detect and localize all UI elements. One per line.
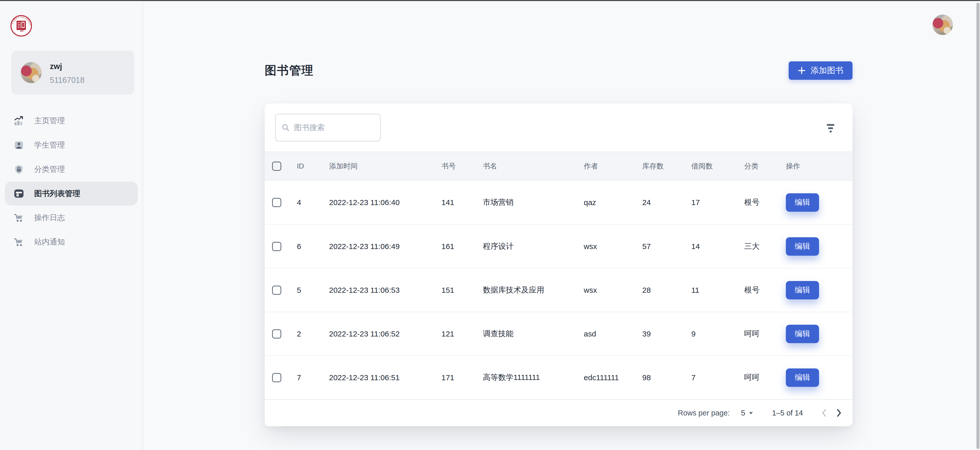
- cell-time: 2022-12-23 11:06:51: [329, 373, 441, 382]
- cell-time: 2022-12-23 11:06:49: [329, 242, 441, 251]
- plus-icon: [798, 67, 805, 74]
- caret-down-icon: [749, 412, 753, 415]
- column-header-category: 分类: [744, 161, 786, 171]
- cell-author: wsx: [584, 242, 642, 251]
- cell-id: 6: [297, 242, 329, 251]
- cell-id: 7: [297, 373, 329, 382]
- header-avatar[interactable]: [932, 14, 953, 35]
- cell-author: asd: [584, 330, 642, 338]
- cell-category: 根号: [744, 285, 786, 295]
- table-row: 22022-12-23 11:06:52121调查技能asd399呵呵编辑: [265, 312, 853, 356]
- next-page-button[interactable]: [832, 406, 846, 420]
- sidebar-item-label: 主页管理: [34, 116, 65, 126]
- chevron-right-icon: [835, 409, 842, 417]
- sidebar-nav: 主页管理 学生管理 分类管理: [0, 109, 143, 254]
- cell-category: 呵呵: [744, 372, 786, 383]
- cell-stock: 24: [642, 198, 691, 207]
- cell-name: 市场营销: [483, 197, 584, 207]
- sidebar-item-home[interactable]: 主页管理: [0, 109, 143, 133]
- student-icon: [14, 140, 24, 150]
- cell-name: 程序设计: [483, 241, 584, 252]
- sidebar: XIAMEN UNIVERSITY OF TECHNOLOGY 1981 zwj…: [0, 0, 143, 450]
- cell-borrow: 17: [691, 198, 744, 207]
- cell-code: 171: [441, 373, 483, 382]
- row-checkbox[interactable]: [272, 329, 281, 338]
- cell-author: qaz: [584, 198, 642, 207]
- sidebar-item-label: 分类管理: [34, 164, 65, 175]
- user-card: zwj 51167018: [11, 51, 134, 94]
- sidebar-item-label: 站内通知: [34, 237, 65, 247]
- cell-id: 4: [297, 198, 329, 207]
- table-row: 52022-12-23 11:06:53151数据库技术及应用wsx2811根号…: [265, 268, 853, 312]
- cell-category: 根号: [744, 197, 786, 207]
- book-card-icon: [14, 188, 24, 199]
- column-header-action: 操作: [786, 161, 853, 171]
- table-header-row: ID 添加时间 书号 书名 作者 库存数 借阅数 分类 操作: [265, 152, 853, 180]
- filter-button[interactable]: [824, 122, 837, 134]
- cell-id: 2: [297, 330, 329, 338]
- sidebar-item-categories[interactable]: 分类管理: [0, 157, 143, 182]
- search-icon: [281, 123, 290, 132]
- sidebar-item-label: 学生管理: [34, 140, 65, 150]
- header-checkbox[interactable]: [272, 161, 281, 171]
- cell-code: 121: [441, 330, 483, 338]
- user-name: zwj: [50, 62, 62, 71]
- row-checkbox[interactable]: [272, 373, 281, 382]
- column-header-stock: 库存数: [642, 161, 691, 171]
- column-header-author: 作者: [584, 161, 642, 171]
- page-range-label: 1–5 of 14: [772, 409, 803, 417]
- add-book-button-label: 添加图书: [811, 65, 843, 76]
- column-header-id: ID: [297, 162, 329, 170]
- edit-button[interactable]: 编辑: [786, 237, 819, 256]
- cell-stock: 39: [642, 330, 691, 338]
- cell-category: 三大: [744, 241, 786, 252]
- cell-code: 151: [441, 286, 483, 295]
- cell-id: 5: [297, 286, 329, 295]
- university-logo: XIAMEN UNIVERSITY OF TECHNOLOGY 1981: [10, 14, 32, 37]
- cell-code: 161: [441, 242, 483, 251]
- edit-button[interactable]: 编辑: [786, 281, 819, 299]
- search-input[interactable]: [294, 123, 393, 132]
- cell-time: 2022-12-23 11:06:52: [329, 330, 441, 338]
- chevron-left-icon: [821, 409, 828, 417]
- cell-borrow: 11: [691, 286, 744, 295]
- shield-lock-icon: [14, 164, 24, 175]
- add-book-button[interactable]: 添加图书: [789, 61, 853, 80]
- book-table-card: ID 添加时间 书号 书名 作者 库存数 借阅数 分类 操作 42022-12-…: [265, 104, 853, 426]
- cell-stock: 57: [642, 242, 691, 251]
- table-footer: Rows per page: 5 1–5 of 14: [265, 399, 853, 426]
- table-row: 62022-12-23 11:06:49161程序设计wsx5714三大编辑: [265, 224, 853, 268]
- sidebar-item-site-notices[interactable]: 站内通知: [0, 230, 143, 254]
- edit-button[interactable]: 编辑: [786, 369, 819, 387]
- table-row: 42022-12-23 11:06:40141市场营销qaz2417根号编辑: [265, 180, 853, 224]
- prev-page-button[interactable]: [817, 406, 832, 420]
- row-checkbox[interactable]: [272, 198, 281, 207]
- row-checkbox[interactable]: [272, 286, 281, 295]
- table-body: 42022-12-23 11:06:40141市场营销qaz2417根号编辑62…: [265, 180, 853, 399]
- sidebar-item-operation-log[interactable]: 操作日志: [0, 206, 143, 230]
- cell-author: wsx: [584, 286, 642, 295]
- sidebar-item-book-list[interactable]: 图书列表管理: [5, 182, 138, 206]
- search-box: [275, 114, 381, 141]
- cell-time: 2022-12-23 11:06:40: [329, 198, 441, 207]
- column-header-code: 书号: [441, 161, 483, 171]
- row-checkbox[interactable]: [272, 242, 281, 251]
- chart-icon: [14, 116, 24, 126]
- table-row: 72022-12-23 11:06:51171高等数学1111111edc111…: [265, 356, 853, 399]
- cart-icon: [14, 237, 24, 247]
- cell-borrow: 9: [691, 330, 744, 338]
- cell-borrow: 7: [691, 373, 744, 382]
- sidebar-item-label: 图书列表管理: [34, 188, 80, 199]
- scrollbar-thumb[interactable]: [977, 3, 980, 449]
- sidebar-item-students[interactable]: 学生管理: [0, 133, 143, 157]
- page-title: 图书管理: [265, 63, 314, 78]
- filter-icon: [827, 124, 834, 126]
- scrollbar[interactable]: [976, 1, 980, 450]
- rows-per-page-label: Rows per page:: [678, 409, 730, 417]
- edit-button[interactable]: 编辑: [786, 193, 819, 212]
- cell-borrow: 14: [691, 242, 744, 251]
- rows-per-page-select[interactable]: 5: [741, 409, 753, 417]
- edit-button[interactable]: 编辑: [786, 325, 819, 343]
- cell-category: 呵呵: [744, 329, 786, 339]
- user-avatar: [21, 62, 41, 83]
